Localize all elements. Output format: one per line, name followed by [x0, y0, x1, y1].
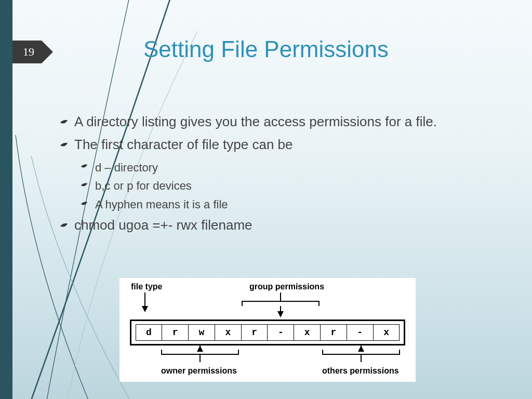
label-others: others permissions	[322, 366, 399, 376]
arrow-stem	[200, 355, 201, 362]
bullet-text: A directory listing gives you the access…	[74, 114, 437, 129]
arrow-stem	[200, 345, 201, 350]
perm-cell: r	[162, 324, 189, 341]
label-owner: owner permissions	[161, 366, 237, 376]
arrow-down-icon	[277, 311, 284, 317]
sub-bullet-item: d – directory	[81, 160, 491, 176]
bullet-text: d – directory	[95, 161, 158, 174]
perm-cell: d	[136, 324, 163, 341]
arrow-down-icon	[142, 306, 148, 312]
content-area: A directory listing gives you the access…	[60, 114, 491, 241]
perm-cell: r	[320, 324, 347, 341]
label-filetype: file type	[131, 282, 162, 291]
bullet-item: A directory listing gives you the access…	[60, 114, 491, 130]
arrow-stem	[361, 355, 362, 362]
leaf-icon	[81, 201, 88, 207]
slide: 19 Setting File Permissions A directory …	[0, 0, 532, 399]
leaf-icon	[81, 164, 88, 170]
sub-bullet-item: A hyphen means it is a file	[81, 197, 491, 212]
leaf-icon	[60, 119, 68, 126]
arrow-stem	[361, 345, 362, 350]
perm-cell: x	[373, 324, 400, 341]
label-group: group permissions	[249, 282, 324, 291]
perm-cell: -	[347, 324, 374, 341]
perm-cell: -	[267, 324, 294, 341]
bullet-text: b,c or p for devices	[95, 179, 192, 192]
perm-cell: w	[188, 324, 215, 341]
perm-cell: r	[241, 324, 268, 341]
bullet-text: A hyphen means it is a file	[95, 198, 228, 211]
bullet-text: The first character of file type can be	[74, 137, 293, 152]
perm-cell: x	[294, 324, 321, 341]
bullet-text: chmod ugoa =+- rwx filename	[74, 217, 252, 233]
leaf-icon	[60, 142, 68, 149]
permission-row: d r w x r - x r - x	[130, 320, 405, 345]
slide-title: Setting File Permissions	[0, 36, 532, 62]
sub-bullet-item: b,c or p for devices	[81, 178, 491, 194]
leaf-icon	[60, 222, 68, 230]
arrow-stem	[280, 292, 281, 301]
leaf-icon	[81, 182, 88, 189]
arrow-stem	[144, 292, 145, 306]
permissions-diagram: file type group permissions d r w x r - …	[119, 278, 416, 382]
bullet-item: The first character of file type can be	[60, 137, 491, 153]
perm-cell: x	[215, 324, 242, 341]
bullet-item: chmod ugoa =+- rwx filename	[60, 218, 491, 233]
bracket-top	[242, 301, 320, 306]
